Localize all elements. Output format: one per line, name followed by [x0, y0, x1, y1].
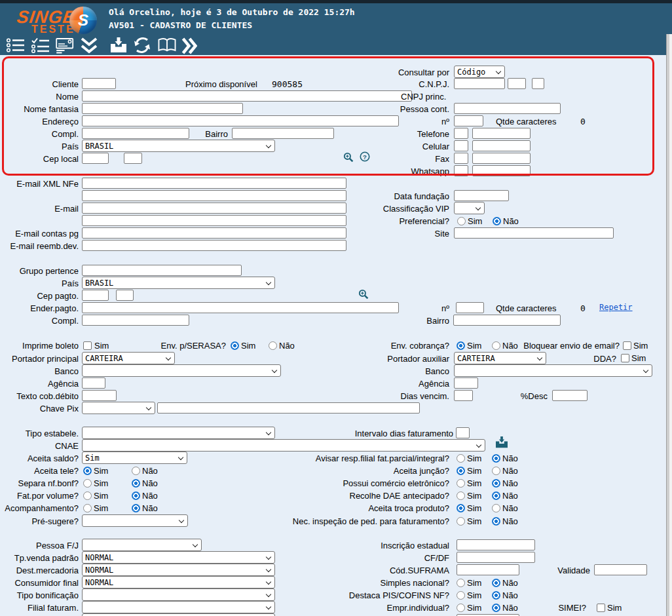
cep-local-input-1[interactable] [82, 153, 109, 164]
simei-checkbox[interactable] [597, 604, 605, 612]
grupo-pertence-label: Grupo pertence [0, 266, 79, 276]
celular-label: Celular [187, 142, 449, 151]
aceita-juncao-sim-radio[interactable] [457, 467, 465, 475]
cnae-select[interactable] [82, 439, 485, 452]
list-icon[interactable] [5, 37, 26, 53]
telefone-label: Telefone [187, 129, 449, 139]
inscricao-estadual-input[interactable] [457, 539, 535, 550]
consultar-por-select[interactable]: Código [454, 66, 505, 78]
banco-aux-select[interactable] [454, 364, 652, 377]
destaca-pis-nao-radio[interactable] [492, 591, 500, 600]
aceita-juncao-nao-radio[interactable] [492, 467, 500, 475]
vertical-scrollbar[interactable] [666, 34, 672, 616]
simples-nacional-nao-radio[interactable] [492, 579, 500, 587]
preferencial-sim-radio[interactable] [457, 217, 466, 225]
celular-ddd-input[interactable] [454, 140, 468, 151]
preferencial-nao-radio[interactable] [493, 217, 501, 225]
destaca-pis-sim-label: Sim [467, 590, 481, 600]
imprime-boleto-checkbox[interactable] [83, 341, 92, 350]
classificacao-vip-select[interactable] [454, 202, 485, 214]
data-fundacao-input[interactable] [454, 190, 509, 201]
double-chevron-right-icon[interactable] [181, 37, 197, 54]
numero-label: nº [187, 117, 449, 126]
aceita-tele-sim-radio[interactable] [83, 467, 92, 475]
avisar-resp-nao-radio[interactable] [492, 454, 500, 463]
pessoa-fj-select[interactable] [82, 539, 202, 551]
bairro-pagto-input[interactable] [453, 315, 561, 326]
cep-local-input-2[interactable] [124, 153, 142, 164]
tipo-estabele-select[interactable] [82, 427, 275, 439]
clipped-bottom-select[interactable] [82, 613, 275, 616]
telefone-ddd-input[interactable] [454, 128, 468, 139]
pessoa-cont-input[interactable] [454, 103, 561, 114]
import-icon[interactable] [495, 436, 508, 448]
email-reemb-dev-input[interactable] [82, 240, 346, 251]
pais-pagto-select[interactable]: BRASIL [82, 277, 275, 289]
acompanhamento-sim-radio[interactable] [83, 504, 92, 512]
nec-inspecao-sim-radio[interactable] [457, 517, 465, 526]
fax-input[interactable] [472, 153, 531, 164]
dda-checkbox[interactable] [621, 354, 629, 362]
compl-pagto-input[interactable] [82, 315, 189, 326]
cnpj-input-3[interactable] [532, 78, 544, 89]
save-icon[interactable] [109, 37, 128, 53]
telefone-input[interactable] [472, 128, 531, 139]
validade-input[interactable] [594, 564, 647, 575]
numero-pagto-input[interactable] [456, 302, 484, 313]
cep-pagto-input-2[interactable] [116, 290, 134, 301]
separa-nf-sim-radio[interactable] [83, 479, 92, 488]
cnpj-input-1[interactable] [454, 78, 505, 89]
imprime-boleto-label: Imprime boleto [0, 341, 79, 351]
email-xml-nfe-input-1[interactable] [82, 178, 346, 189]
recolhe-dae-sim-radio[interactable] [457, 491, 465, 500]
double-chevron-down-icon[interactable] [80, 37, 98, 54]
aceita-tele-nao-radio[interactable] [132, 467, 140, 475]
acompanhamento-nao-radio[interactable] [132, 504, 140, 512]
cf-df-input[interactable] [457, 552, 535, 563]
celular-input[interactable] [472, 140, 531, 151]
fat-por-volume-nao-radio[interactable] [132, 491, 140, 500]
book-icon[interactable] [157, 37, 177, 52]
cliente-input[interactable] [82, 78, 116, 89]
recolhe-dae-nao-radio[interactable] [492, 491, 500, 500]
aceita-saldo-select[interactable]: Sim [82, 452, 187, 464]
fat-por-volume-sim-radio[interactable] [83, 491, 92, 500]
perc-desc-input[interactable] [552, 390, 588, 401]
site-input[interactable] [454, 227, 614, 239]
nec-inspecao-nao-radio[interactable] [492, 517, 500, 526]
agencia-input[interactable] [82, 377, 105, 389]
agencia-aux-input[interactable] [454, 377, 478, 389]
aceita-troca-sim-radio[interactable] [457, 504, 465, 512]
cnpj-input-2[interactable] [508, 78, 526, 89]
simples-nacional-sim-radio[interactable] [457, 579, 465, 587]
chave-pix-input[interactable] [157, 402, 420, 414]
bairro-pagto-label: Bairro [187, 316, 449, 326]
separa-nf-nao-radio[interactable] [132, 479, 140, 488]
aceita-troca-nao-radio[interactable] [492, 504, 500, 512]
cf-df-label: CF/DF [187, 553, 449, 563]
intervalo-dias-input[interactable] [456, 427, 470, 438]
checklist-icon[interactable] [30, 37, 51, 53]
grupo-pertence-input[interactable] [82, 265, 242, 276]
chave-pix-select[interactable] [82, 402, 155, 414]
comercio-eletronico-sim-radio[interactable] [457, 479, 465, 488]
cep-pagto-input-1[interactable] [82, 290, 109, 301]
portador-principal-select[interactable]: CARTEIRA [82, 352, 175, 364]
pre-sugere-select[interactable] [82, 514, 188, 527]
compl-label: Compl. [0, 129, 79, 139]
repetir-link[interactable]: Repetir [599, 303, 633, 312]
whatsapp-input[interactable] [472, 165, 531, 176]
bloquear-email-checkbox[interactable] [623, 341, 631, 350]
fax-ddd-input[interactable] [454, 153, 468, 164]
monitor-icon[interactable] [55, 37, 75, 54]
search-icon[interactable] [358, 289, 369, 299]
destaca-pis-sim-radio[interactable] [457, 591, 465, 600]
avisar-resp-sim-radio[interactable] [457, 454, 465, 463]
nome-input[interactable] [82, 90, 412, 102]
numero-input[interactable] [454, 115, 483, 126]
texto-cob-debito-input[interactable] [82, 390, 117, 401]
aceita-juncao-label: Aceita junção? [187, 466, 449, 476]
whatsapp-ddd-input[interactable] [454, 165, 468, 176]
refresh-icon[interactable] [132, 37, 152, 53]
comercio-eletronico-nao-radio[interactable] [492, 479, 500, 488]
